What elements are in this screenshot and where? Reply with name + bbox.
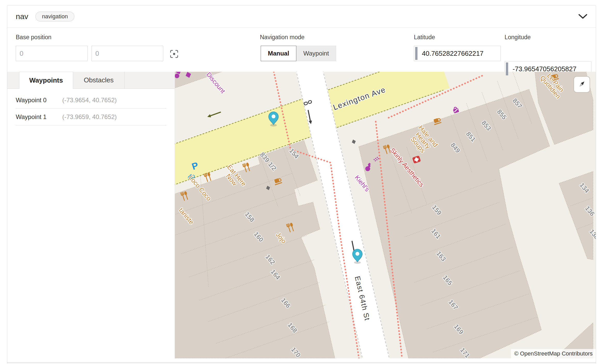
latitude-input[interactable]	[414, 46, 501, 61]
waypoint-mode-button[interactable]: Waypoint	[296, 46, 336, 61]
base-y-input[interactable]	[91, 46, 163, 61]
component-title: nav	[16, 12, 28, 21]
nav-card: nav navigation Base position	[7, 5, 596, 364]
map-canvas[interactable]: PDiscountLoco CocotanisteEat HereNowJojo…	[175, 72, 596, 358]
tab-waypoints[interactable]: Waypoints	[19, 72, 73, 89]
map[interactable]: PDiscountLoco CocotanisteEat HereNowJojo…	[175, 72, 596, 358]
component-type-badge: navigation	[35, 12, 74, 21]
waypoint-name: Waypoint 0	[16, 97, 62, 104]
focus-base-button[interactable]	[169, 49, 179, 59]
compass-button[interactable]	[574, 76, 590, 93]
waypoint-row[interactable]: Waypoint 0(-73.9654, 40.7652)	[16, 92, 166, 109]
controls-row: Base position Navigation mode Manual Way…	[7, 28, 596, 72]
chevron-down-icon	[578, 14, 587, 19]
map-attribution: © OpenStreetMap Contributors	[511, 349, 596, 358]
tab-spacer	[7, 72, 19, 89]
left-panel: Waypoints Obstacles Waypoint 0(-73.9654,…	[7, 72, 175, 358]
compass-icon	[576, 78, 588, 91]
navigation-mode-toggle: Manual Waypoint	[261, 46, 336, 61]
card-header: nav navigation	[7, 5, 596, 28]
waypoint-list: Waypoint 0(-73.9654, 40.7652)Waypoint 1(…	[7, 89, 175, 125]
base-y-field	[91, 46, 163, 61]
base-x-field	[16, 46, 88, 61]
screen: nav navigation Base position	[0, 0, 603, 364]
base-position-label: Base position	[16, 34, 51, 41]
navigation-mode-label: Navigation mode	[260, 34, 305, 41]
longitude-label: Longitude	[505, 34, 531, 41]
latitude-label: Latitude	[414, 34, 435, 41]
waypoint-row[interactable]: Waypoint 1(-73.9659, 40.7652)	[16, 109, 166, 125]
tab-obstacles[interactable]: Obstacles	[73, 72, 125, 89]
latitude-field	[414, 46, 501, 61]
collapse-button[interactable]	[578, 14, 587, 19]
bottom-divider	[7, 362, 596, 363]
waypoint-name: Waypoint 1	[16, 113, 62, 121]
crosshair-icon	[169, 49, 179, 59]
tabstrip: Waypoints Obstacles	[7, 72, 175, 89]
waypoint-coords: (-73.9659, 40.7652)	[62, 113, 117, 121]
content-row: Waypoints Obstacles Waypoint 0(-73.9654,…	[7, 72, 596, 358]
base-x-input[interactable]	[16, 46, 88, 61]
manual-mode-button[interactable]: Manual	[261, 46, 296, 61]
waypoint-coords: (-73.9654, 40.7652)	[62, 97, 117, 104]
